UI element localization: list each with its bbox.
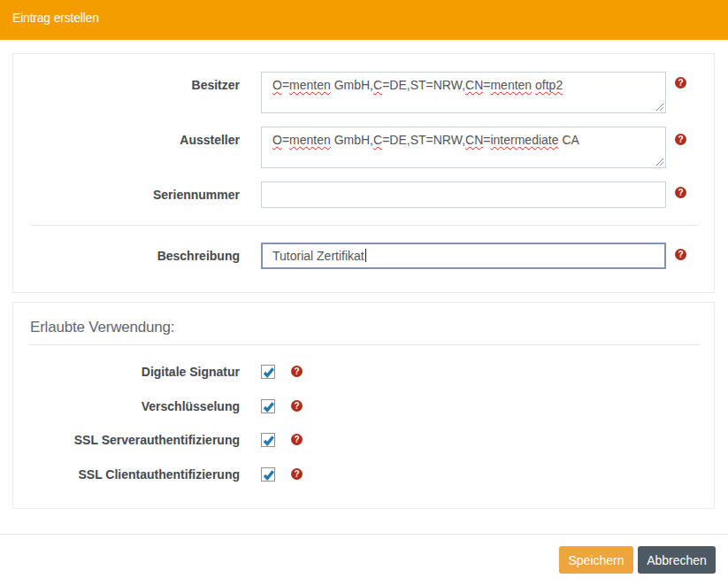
section-divider xyxy=(30,344,699,345)
ssl-client-label: SSL Clientauthentifizierung xyxy=(13,466,240,483)
seriennummer-label: Seriennummer xyxy=(13,186,240,204)
question-circle-icon[interactable]: ? xyxy=(291,400,303,412)
seriennummer-input[interactable] xyxy=(261,181,666,208)
digitale-signatur-label: Digitale Signatur xyxy=(13,363,240,381)
check-icon xyxy=(262,366,276,380)
question-circle-icon[interactable]: ? xyxy=(675,249,686,260)
footer-divider xyxy=(0,534,728,535)
usage-section-title: Erlaubte Verwendung: xyxy=(30,317,174,338)
question-circle-icon[interactable]: ? xyxy=(291,366,303,377)
ssl-client-checkbox[interactable] xyxy=(261,467,275,482)
aussteller-label: Aussteller xyxy=(13,131,240,149)
aussteller-textarea[interactable]: O=menten GmbH,C=DE,ST=NRW,CN=intermediat… xyxy=(261,127,666,168)
textarea-resize-handle[interactable] xyxy=(655,102,664,112)
question-circle-icon[interactable]: ? xyxy=(675,77,686,89)
besitzer-label: Besitzer xyxy=(13,76,240,94)
dialog-header: Eintrag erstellen xyxy=(0,0,728,40)
save-button[interactable]: Speichern xyxy=(559,546,633,574)
cancel-button[interactable]: Abbrechen xyxy=(638,546,716,574)
form-divider xyxy=(30,225,699,226)
check-icon xyxy=(262,434,276,448)
question-circle-icon[interactable]: ? xyxy=(675,187,686,198)
beschreibung-input[interactable]: Tutorial Zertifikat xyxy=(261,243,666,269)
ssl-server-checkbox[interactable] xyxy=(261,433,275,447)
ssl-server-label: SSL Serverauthentifizierung xyxy=(13,431,240,449)
usage-panel: Erlaubte Verwendung: Digitale Signatur ?… xyxy=(12,302,715,509)
textarea-resize-handle[interactable] xyxy=(655,157,664,166)
dialog-title: Eintrag erstellen xyxy=(12,0,99,36)
verschluesselung-label: Verschlüsselung xyxy=(13,397,240,415)
question-circle-icon[interactable]: ? xyxy=(675,134,686,145)
besitzer-textarea[interactable]: O=menten GmbH,C=DE,ST=NRW,CN=menten oftp… xyxy=(261,72,666,113)
question-circle-icon[interactable]: ? xyxy=(291,468,303,480)
beschreibung-label: Beschreibung xyxy=(13,247,240,265)
verschluesselung-checkbox[interactable] xyxy=(261,399,275,413)
check-icon xyxy=(262,468,276,482)
text-caret xyxy=(365,249,366,262)
check-icon xyxy=(262,400,276,414)
digitale-signatur-checkbox[interactable] xyxy=(261,365,275,379)
certificate-form-panel: Besitzer O=menten GmbH,C=DE,ST=NRW,CN=me… xyxy=(12,53,715,293)
question-circle-icon[interactable]: ? xyxy=(291,434,303,445)
